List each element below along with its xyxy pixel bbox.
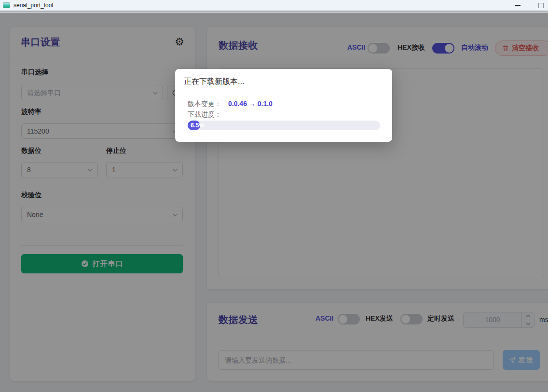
- window-titlebar: serial_port_tool: [0, 0, 548, 12]
- maximize-icon: [538, 3, 544, 8]
- progress-percent-text: 6.5%: [191, 121, 205, 130]
- download-progress-bar: 6.5%: [188, 121, 380, 130]
- update-dialog-title: 正在下载新版本...: [184, 77, 244, 87]
- version-change-row: 版本变更：0.0.46 → 0.1.0: [188, 100, 273, 108]
- window-title: serial_port_tool: [14, 2, 53, 9]
- version-change-value: 0.0.46 → 0.1.0: [228, 100, 273, 108]
- version-change-label: 版本变更：: [188, 100, 221, 108]
- maximize-button[interactable]: [534, 0, 548, 11]
- update-download-dialog: 正在下载新版本... 版本变更：0.0.46 → 0.1.0 下载进度： 6.5…: [175, 69, 392, 142]
- download-progress-label: 下载进度：: [188, 110, 221, 119]
- minimize-icon: [515, 5, 521, 6]
- minimize-button[interactable]: [510, 0, 525, 11]
- app-icon: [3, 2, 10, 8]
- app-content: 串口设置 ⚙ 串口选择 请选择串口 波特率 115200 数据位 停止位 8: [0, 13, 548, 392]
